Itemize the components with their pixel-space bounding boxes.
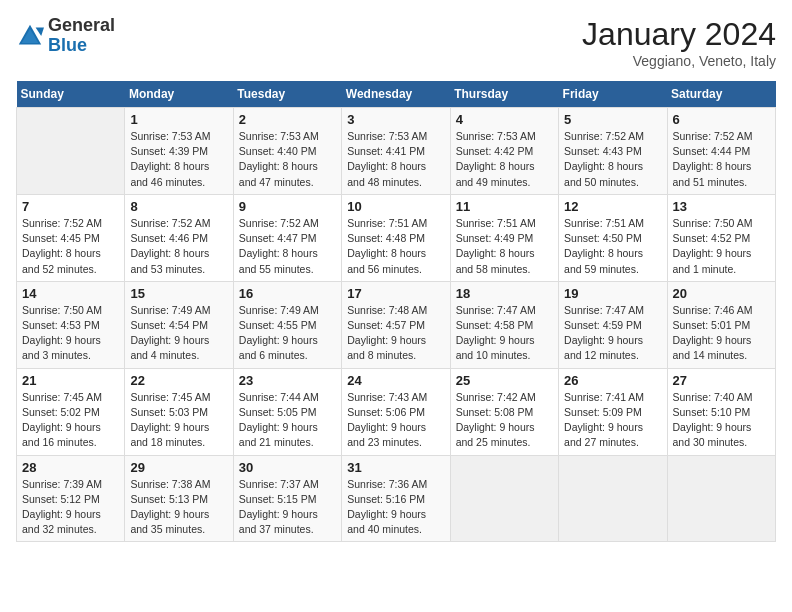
calendar-week-4: 28Sunrise: 7:39 AM Sunset: 5:12 PM Dayli… xyxy=(17,455,776,542)
day-number: 4 xyxy=(456,112,553,127)
day-number: 30 xyxy=(239,460,336,475)
calendar-week-1: 7Sunrise: 7:52 AM Sunset: 4:45 PM Daylig… xyxy=(17,194,776,281)
calendar-cell: 18Sunrise: 7:47 AM Sunset: 4:58 PM Dayli… xyxy=(450,281,558,368)
calendar-cell: 14Sunrise: 7:50 AM Sunset: 4:53 PM Dayli… xyxy=(17,281,125,368)
calendar-cell: 28Sunrise: 7:39 AM Sunset: 5:12 PM Dayli… xyxy=(17,455,125,542)
day-info: Sunrise: 7:51 AM Sunset: 4:49 PM Dayligh… xyxy=(456,216,553,277)
day-number: 26 xyxy=(564,373,661,388)
calendar-cell: 1Sunrise: 7:53 AM Sunset: 4:39 PM Daylig… xyxy=(125,108,233,195)
calendar-cell: 5Sunrise: 7:52 AM Sunset: 4:43 PM Daylig… xyxy=(559,108,667,195)
day-info: Sunrise: 7:47 AM Sunset: 4:59 PM Dayligh… xyxy=(564,303,661,364)
logo-general-text: General xyxy=(48,15,115,35)
location-subtitle: Veggiano, Veneto, Italy xyxy=(582,53,776,69)
day-number: 21 xyxy=(22,373,119,388)
day-info: Sunrise: 7:43 AM Sunset: 5:06 PM Dayligh… xyxy=(347,390,444,451)
title-block: January 2024 Veggiano, Veneto, Italy xyxy=(582,16,776,69)
day-number: 25 xyxy=(456,373,553,388)
calendar-cell: 11Sunrise: 7:51 AM Sunset: 4:49 PM Dayli… xyxy=(450,194,558,281)
day-number: 24 xyxy=(347,373,444,388)
day-number: 19 xyxy=(564,286,661,301)
calendar-cell: 27Sunrise: 7:40 AM Sunset: 5:10 PM Dayli… xyxy=(667,368,775,455)
calendar-body: 1Sunrise: 7:53 AM Sunset: 4:39 PM Daylig… xyxy=(17,108,776,542)
calendar-cell: 25Sunrise: 7:42 AM Sunset: 5:08 PM Dayli… xyxy=(450,368,558,455)
day-info: Sunrise: 7:52 AM Sunset: 4:47 PM Dayligh… xyxy=(239,216,336,277)
day-info: Sunrise: 7:52 AM Sunset: 4:46 PM Dayligh… xyxy=(130,216,227,277)
weekday-header-thursday: Thursday xyxy=(450,81,558,108)
day-info: Sunrise: 7:51 AM Sunset: 4:50 PM Dayligh… xyxy=(564,216,661,277)
calendar-table: SundayMondayTuesdayWednesdayThursdayFrid… xyxy=(16,81,776,542)
calendar-cell xyxy=(17,108,125,195)
day-info: Sunrise: 7:50 AM Sunset: 4:53 PM Dayligh… xyxy=(22,303,119,364)
svg-marker-2 xyxy=(36,27,44,35)
day-info: Sunrise: 7:48 AM Sunset: 4:57 PM Dayligh… xyxy=(347,303,444,364)
calendar-cell: 31Sunrise: 7:36 AM Sunset: 5:16 PM Dayli… xyxy=(342,455,450,542)
day-info: Sunrise: 7:41 AM Sunset: 5:09 PM Dayligh… xyxy=(564,390,661,451)
day-number: 10 xyxy=(347,199,444,214)
calendar-week-0: 1Sunrise: 7:53 AM Sunset: 4:39 PM Daylig… xyxy=(17,108,776,195)
calendar-cell xyxy=(559,455,667,542)
calendar-week-2: 14Sunrise: 7:50 AM Sunset: 4:53 PM Dayli… xyxy=(17,281,776,368)
day-number: 7 xyxy=(22,199,119,214)
calendar-header: SundayMondayTuesdayWednesdayThursdayFrid… xyxy=(17,81,776,108)
day-number: 8 xyxy=(130,199,227,214)
day-number: 9 xyxy=(239,199,336,214)
month-title: January 2024 xyxy=(582,16,776,53)
calendar-cell: 16Sunrise: 7:49 AM Sunset: 4:55 PM Dayli… xyxy=(233,281,341,368)
day-number: 13 xyxy=(673,199,770,214)
day-info: Sunrise: 7:52 AM Sunset: 4:43 PM Dayligh… xyxy=(564,129,661,190)
weekday-header-tuesday: Tuesday xyxy=(233,81,341,108)
day-number: 23 xyxy=(239,373,336,388)
weekday-header-wednesday: Wednesday xyxy=(342,81,450,108)
day-number: 29 xyxy=(130,460,227,475)
day-info: Sunrise: 7:37 AM Sunset: 5:15 PM Dayligh… xyxy=(239,477,336,538)
calendar-cell: 17Sunrise: 7:48 AM Sunset: 4:57 PM Dayli… xyxy=(342,281,450,368)
day-number: 6 xyxy=(673,112,770,127)
logo-icon xyxy=(16,22,44,50)
calendar-cell: 29Sunrise: 7:38 AM Sunset: 5:13 PM Dayli… xyxy=(125,455,233,542)
day-info: Sunrise: 7:50 AM Sunset: 4:52 PM Dayligh… xyxy=(673,216,770,277)
calendar-cell: 20Sunrise: 7:46 AM Sunset: 5:01 PM Dayli… xyxy=(667,281,775,368)
day-info: Sunrise: 7:38 AM Sunset: 5:13 PM Dayligh… xyxy=(130,477,227,538)
day-number: 12 xyxy=(564,199,661,214)
header: General Blue January 2024 Veggiano, Vene… xyxy=(16,16,776,69)
day-info: Sunrise: 7:46 AM Sunset: 5:01 PM Dayligh… xyxy=(673,303,770,364)
day-info: Sunrise: 7:40 AM Sunset: 5:10 PM Dayligh… xyxy=(673,390,770,451)
day-number: 27 xyxy=(673,373,770,388)
day-info: Sunrise: 7:53 AM Sunset: 4:42 PM Dayligh… xyxy=(456,129,553,190)
day-number: 18 xyxy=(456,286,553,301)
day-number: 14 xyxy=(22,286,119,301)
day-info: Sunrise: 7:53 AM Sunset: 4:41 PM Dayligh… xyxy=(347,129,444,190)
calendar-cell: 24Sunrise: 7:43 AM Sunset: 5:06 PM Dayli… xyxy=(342,368,450,455)
day-info: Sunrise: 7:49 AM Sunset: 4:55 PM Dayligh… xyxy=(239,303,336,364)
day-number: 16 xyxy=(239,286,336,301)
day-info: Sunrise: 7:42 AM Sunset: 5:08 PM Dayligh… xyxy=(456,390,553,451)
calendar-cell: 7Sunrise: 7:52 AM Sunset: 4:45 PM Daylig… xyxy=(17,194,125,281)
calendar-week-3: 21Sunrise: 7:45 AM Sunset: 5:02 PM Dayli… xyxy=(17,368,776,455)
day-number: 2 xyxy=(239,112,336,127)
calendar-cell: 8Sunrise: 7:52 AM Sunset: 4:46 PM Daylig… xyxy=(125,194,233,281)
calendar-cell: 30Sunrise: 7:37 AM Sunset: 5:15 PM Dayli… xyxy=(233,455,341,542)
weekday-header-monday: Monday xyxy=(125,81,233,108)
weekday-header-saturday: Saturday xyxy=(667,81,775,108)
day-number: 31 xyxy=(347,460,444,475)
day-number: 15 xyxy=(130,286,227,301)
calendar-cell: 12Sunrise: 7:51 AM Sunset: 4:50 PM Dayli… xyxy=(559,194,667,281)
calendar-cell: 3Sunrise: 7:53 AM Sunset: 4:41 PM Daylig… xyxy=(342,108,450,195)
calendar-cell xyxy=(450,455,558,542)
weekday-header-row: SundayMondayTuesdayWednesdayThursdayFrid… xyxy=(17,81,776,108)
day-info: Sunrise: 7:45 AM Sunset: 5:02 PM Dayligh… xyxy=(22,390,119,451)
day-info: Sunrise: 7:53 AM Sunset: 4:40 PM Dayligh… xyxy=(239,129,336,190)
day-number: 1 xyxy=(130,112,227,127)
calendar-cell: 9Sunrise: 7:52 AM Sunset: 4:47 PM Daylig… xyxy=(233,194,341,281)
calendar-cell: 19Sunrise: 7:47 AM Sunset: 4:59 PM Dayli… xyxy=(559,281,667,368)
calendar-cell: 13Sunrise: 7:50 AM Sunset: 4:52 PM Dayli… xyxy=(667,194,775,281)
logo: General Blue xyxy=(16,16,115,56)
day-info: Sunrise: 7:53 AM Sunset: 4:39 PM Dayligh… xyxy=(130,129,227,190)
day-number: 17 xyxy=(347,286,444,301)
day-number: 20 xyxy=(673,286,770,301)
calendar-cell: 10Sunrise: 7:51 AM Sunset: 4:48 PM Dayli… xyxy=(342,194,450,281)
calendar-cell: 23Sunrise: 7:44 AM Sunset: 5:05 PM Dayli… xyxy=(233,368,341,455)
day-number: 11 xyxy=(456,199,553,214)
day-info: Sunrise: 7:36 AM Sunset: 5:16 PM Dayligh… xyxy=(347,477,444,538)
day-number: 3 xyxy=(347,112,444,127)
